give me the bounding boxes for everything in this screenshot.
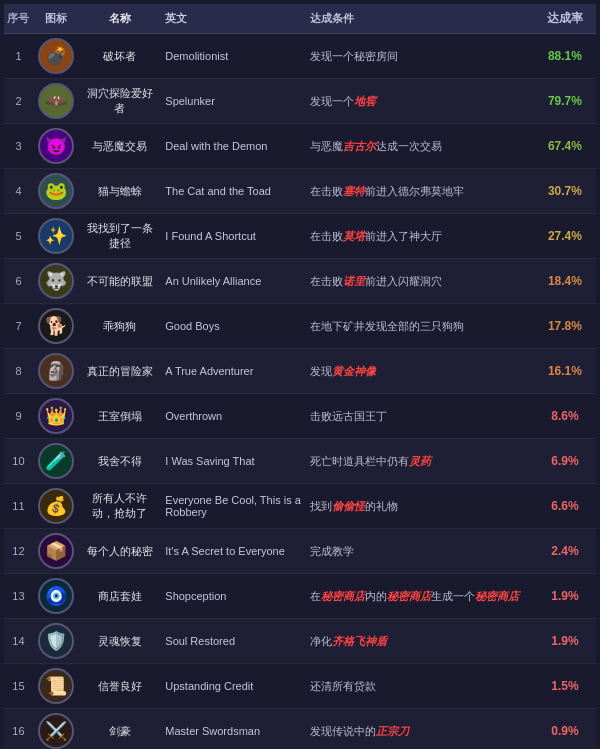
row-name: 王室倒塌 bbox=[79, 394, 162, 439]
table-row: 10🧪我舍不得I Was Saving That死亡时道具栏中仍有灵药6.9% bbox=[4, 439, 596, 484]
row-en: Everyone Be Cool, This is a Robbery bbox=[161, 484, 306, 529]
header-rate: 达成率 bbox=[534, 4, 596, 34]
header-en: 英文 bbox=[161, 4, 306, 34]
row-num: 1 bbox=[4, 34, 33, 79]
row-icon: 🗿 bbox=[33, 349, 79, 394]
row-cond: 在秘密商店内的秘密商店生成一个秘密商店 bbox=[306, 574, 534, 619]
row-rate: 1.9% bbox=[534, 619, 596, 664]
row-name: 商店套娃 bbox=[79, 574, 162, 619]
row-rate: 88.1% bbox=[534, 34, 596, 79]
table-row: 7🐕乖狗狗Good Boys在地下矿井发现全部的三只狗狗17.8% bbox=[4, 304, 596, 349]
row-rate: 16.1% bbox=[534, 349, 596, 394]
row-rate: 27.4% bbox=[534, 214, 596, 259]
row-num: 15 bbox=[4, 664, 33, 709]
row-name: 洞穴探险爱好者 bbox=[79, 79, 162, 124]
row-num: 5 bbox=[4, 214, 33, 259]
row-rate: 6.9% bbox=[534, 439, 596, 484]
row-en: Good Boys bbox=[161, 304, 306, 349]
row-icon: 🧪 bbox=[33, 439, 79, 484]
row-cond: 在地下矿井发现全部的三只狗狗 bbox=[306, 304, 534, 349]
row-icon: 🦇 bbox=[33, 79, 79, 124]
row-num: 7 bbox=[4, 304, 33, 349]
row-num: 6 bbox=[4, 259, 33, 304]
row-icon: 😈 bbox=[33, 124, 79, 169]
row-icon: ⚔️ bbox=[33, 709, 79, 750]
table-row: 16⚔️剑豪Master Swordsman发现传说中的正宗刀0.9% bbox=[4, 709, 596, 750]
row-rate: 2.4% bbox=[534, 529, 596, 574]
row-icon: 🐕 bbox=[33, 304, 79, 349]
row-rate: 17.8% bbox=[534, 304, 596, 349]
row-en: Overthrown bbox=[161, 394, 306, 439]
row-num: 9 bbox=[4, 394, 33, 439]
row-cond: 在击败莫塔前进入了神大厅 bbox=[306, 214, 534, 259]
row-name: 乖狗狗 bbox=[79, 304, 162, 349]
table-row: 6🐺不可能的联盟An Unlikely Alliance在击败诺里前进入闪耀洞穴… bbox=[4, 259, 596, 304]
achievements-table: 序号 图标 名称 英文 达成条件 达成率 1💣破坏者Demolitionist发… bbox=[4, 4, 596, 749]
row-icon: 💰 bbox=[33, 484, 79, 529]
row-rate: 1.5% bbox=[534, 664, 596, 709]
row-cond: 发现传说中的正宗刀 bbox=[306, 709, 534, 750]
table-row: 5✨我找到了一条捷径I Found A Shortcut在击败莫塔前进入了神大厅… bbox=[4, 214, 596, 259]
table-row: 11💰所有人不许动，抢劫了Everyone Be Cool, This is a… bbox=[4, 484, 596, 529]
row-rate: 67.4% bbox=[534, 124, 596, 169]
row-icon: 📦 bbox=[33, 529, 79, 574]
row-rate: 1.9% bbox=[534, 574, 596, 619]
row-cond: 完成教学 bbox=[306, 529, 534, 574]
row-name: 破坏者 bbox=[79, 34, 162, 79]
row-icon: ✨ bbox=[33, 214, 79, 259]
row-name: 剑豪 bbox=[79, 709, 162, 750]
row-rate: 79.7% bbox=[534, 79, 596, 124]
header-cond: 达成条件 bbox=[306, 4, 534, 34]
table-row: 8🗿真正的冒险家A True Adventurer发现黄金神像16.1% bbox=[4, 349, 596, 394]
row-en: Master Swordsman bbox=[161, 709, 306, 750]
row-cond: 击败远古国王丁 bbox=[306, 394, 534, 439]
row-cond: 发现黄金神像 bbox=[306, 349, 534, 394]
row-icon: 💣 bbox=[33, 34, 79, 79]
header-num: 序号 bbox=[4, 4, 33, 34]
row-rate: 30.7% bbox=[534, 169, 596, 214]
row-cond: 在击败诺里前进入闪耀洞穴 bbox=[306, 259, 534, 304]
row-num: 14 bbox=[4, 619, 33, 664]
row-name: 信誉良好 bbox=[79, 664, 162, 709]
row-en: Deal with the Demon bbox=[161, 124, 306, 169]
row-name: 我舍不得 bbox=[79, 439, 162, 484]
row-num: 16 bbox=[4, 709, 33, 750]
row-en: I Found A Shortcut bbox=[161, 214, 306, 259]
row-en: Soul Restored bbox=[161, 619, 306, 664]
row-en: Demolitionist bbox=[161, 34, 306, 79]
row-icon: 🐺 bbox=[33, 259, 79, 304]
row-num: 12 bbox=[4, 529, 33, 574]
row-cond: 在击败塞特前进入德尔弗莫地牢 bbox=[306, 169, 534, 214]
table-row: 13🧿商店套娃Shopception在秘密商店内的秘密商店生成一个秘密商店1.9… bbox=[4, 574, 596, 619]
row-en: Shopception bbox=[161, 574, 306, 619]
row-en: Spelunker bbox=[161, 79, 306, 124]
row-name: 每个人的秘密 bbox=[79, 529, 162, 574]
table-row: 15📜信誉良好Upstanding Credit还清所有贷款1.5% bbox=[4, 664, 596, 709]
row-num: 4 bbox=[4, 169, 33, 214]
table-row: 4🐸猫与蟾蜍The Cat and the Toad在击败塞特前进入德尔弗莫地牢… bbox=[4, 169, 596, 214]
table-row: 12📦每个人的秘密It's A Secret to Everyone完成教学2.… bbox=[4, 529, 596, 574]
row-icon: 📜 bbox=[33, 664, 79, 709]
row-en: The Cat and the Toad bbox=[161, 169, 306, 214]
row-num: 10 bbox=[4, 439, 33, 484]
row-cond: 死亡时道具栏中仍有灵药 bbox=[306, 439, 534, 484]
row-cond: 还清所有贷款 bbox=[306, 664, 534, 709]
row-rate: 0.9% bbox=[534, 709, 596, 750]
table-row: 9👑王室倒塌Overthrown击败远古国王丁8.6% bbox=[4, 394, 596, 439]
row-cond: 与恶魔吉古尔达成一次交易 bbox=[306, 124, 534, 169]
row-name: 我找到了一条捷径 bbox=[79, 214, 162, 259]
header-name: 名称 bbox=[79, 4, 162, 34]
row-name: 与恶魔交易 bbox=[79, 124, 162, 169]
row-en: A True Adventurer bbox=[161, 349, 306, 394]
row-name: 真正的冒险家 bbox=[79, 349, 162, 394]
row-en: Upstanding Credit bbox=[161, 664, 306, 709]
row-cond: 净化齐格飞神盾 bbox=[306, 619, 534, 664]
row-name: 灵魂恢复 bbox=[79, 619, 162, 664]
row-cond: 找到偷偷怪的礼物 bbox=[306, 484, 534, 529]
row-num: 3 bbox=[4, 124, 33, 169]
row-num: 13 bbox=[4, 574, 33, 619]
row-en: I Was Saving That bbox=[161, 439, 306, 484]
row-rate: 8.6% bbox=[534, 394, 596, 439]
row-cond: 发现一个地窖 bbox=[306, 79, 534, 124]
table-row: 3😈与恶魔交易Deal with the Demon与恶魔吉古尔达成一次交易67… bbox=[4, 124, 596, 169]
